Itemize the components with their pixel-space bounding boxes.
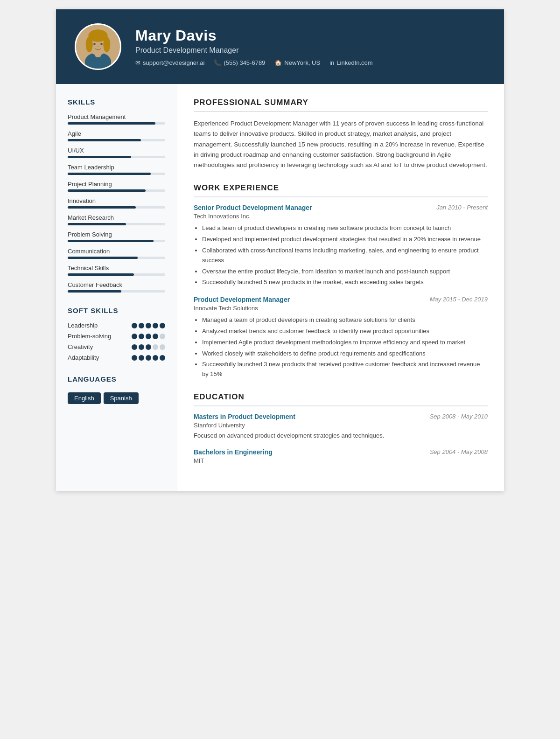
skill-item: Team Leadership [68, 164, 165, 175]
svg-point-6 [103, 36, 110, 52]
job-company: Tech Innovations Inc. [194, 213, 488, 220]
job-header: Senior Product Development Manager Jan 2… [194, 204, 488, 211]
skill-fill [68, 206, 136, 209]
job-header: Product Development Manager May 2015 - D… [194, 296, 488, 303]
dot [146, 323, 151, 328]
skill-fill [68, 139, 141, 141]
dot [153, 334, 158, 339]
language-tag: Spanish [104, 392, 139, 404]
summary-section: PROFESSIONAL SUMMARY Experienced Product… [194, 98, 488, 170]
svg-point-7 [93, 43, 96, 45]
skill-bar [68, 206, 165, 209]
edu-header: Bachelors in Engineering Sep 2004 - May … [194, 448, 488, 456]
dot [139, 344, 144, 350]
edu-degree: Masters in Product Development [194, 413, 295, 420]
languages-heading: LANGUAGES [68, 375, 165, 383]
skill-item: Technical Skills [68, 265, 165, 276]
skill-fill [68, 290, 121, 293]
education-item: Bachelors in Engineering Sep 2004 - May … [194, 448, 488, 464]
education-section: EDUCATION Masters in Product Development… [194, 392, 488, 464]
header-contact: ✉ support@cvdesigner.ai 📞 (555) 345-6789… [135, 59, 373, 66]
skill-name: Problem Solving [68, 231, 165, 238]
skill-item: Problem Solving [68, 231, 165, 242]
soft-skill-item: Leadership [68, 322, 165, 329]
bullet-item: Collaborated with cross-functional teams… [202, 246, 488, 265]
skill-item: Agile [68, 130, 165, 141]
resume-container: Mary Davis Product Development Manager ✉… [56, 9, 504, 491]
skill-fill [68, 122, 155, 125]
skill-fill [68, 273, 134, 276]
skills-heading: SKILLS [68, 98, 165, 106]
dot [132, 323, 137, 328]
svg-point-5 [86, 36, 93, 52]
job-title: Product Development Manager [194, 296, 290, 303]
soft-skill-item: Creativity [68, 343, 165, 350]
bullet-item: Developed and implemented product develo… [202, 235, 488, 244]
bullet-item: Analyzed market trends and customer feed… [202, 327, 488, 336]
job-item: Product Development Manager May 2015 - D… [194, 296, 488, 379]
dot [146, 344, 151, 350]
bullet-item: Lead a team of product developers in cre… [202, 223, 488, 233]
skill-name: Customer Feedback [68, 281, 165, 288]
dot [153, 344, 158, 350]
skill-name: Product Management [68, 113, 165, 120]
soft-skills-heading: SOFT SKILLS [68, 307, 165, 314]
phone-icon: 📞 [214, 59, 221, 66]
skill-bar [68, 273, 165, 276]
soft-skill-item: Adaptability [68, 354, 165, 361]
dot [139, 355, 144, 361]
job-date: May 2015 - Dec 2019 [430, 296, 488, 303]
main-content: PROFESSIONAL SUMMARY Experienced Product… [177, 84, 504, 491]
job-date: Jan 2010 - Present [436, 204, 488, 211]
skill-item: Project Planning [68, 181, 165, 192]
skill-bar [68, 139, 165, 141]
skill-bar [68, 257, 165, 259]
jobs-list: Senior Product Development Manager Jan 2… [194, 204, 488, 379]
email-icon: ✉ [135, 59, 140, 66]
edu-date: Sep 2008 - May 2010 [430, 413, 488, 420]
skill-bar [68, 189, 165, 192]
dot [160, 334, 165, 339]
dot [146, 334, 151, 339]
soft-skill-item: Problem-solving [68, 333, 165, 340]
skills-section: SKILLS Product Management Agile UI/UX Te… [68, 98, 165, 293]
bullet-item: Worked closely with stakeholders to defi… [202, 349, 488, 359]
dot [132, 355, 137, 361]
skill-item: Communication [68, 248, 165, 259]
avatar [75, 23, 121, 70]
location-icon: 🏠 [274, 59, 282, 66]
dot [160, 323, 165, 328]
languages-section: LANGUAGES EnglishSpanish [68, 375, 165, 404]
dot [132, 334, 137, 339]
skill-item: Market Research [68, 214, 165, 225]
summary-heading: PROFESSIONAL SUMMARY [194, 98, 488, 112]
skill-fill [68, 189, 146, 192]
language-tag: English [68, 392, 101, 404]
edu-desc: Focused on advanced product development … [194, 431, 488, 441]
education-heading: EDUCATION [194, 392, 488, 406]
contact-linkedin: in LinkedIn.com [329, 59, 372, 66]
contact-email: ✉ support@cvdesigner.ai [135, 59, 204, 66]
edu-header: Masters in Product Development Sep 2008 … [194, 413, 488, 420]
bullet-item: Oversaw the entire product lifecycle, fr… [202, 267, 488, 277]
skill-bar [68, 173, 165, 175]
skill-bar [68, 240, 165, 242]
job-company: Innovate Tech Solutions [194, 305, 488, 312]
skill-name: Communication [68, 248, 165, 255]
header-info: Mary Davis Product Development Manager ✉… [135, 27, 373, 66]
bullet-item: Successfully launched 5 new products in … [202, 278, 488, 287]
skill-bar [68, 156, 165, 158]
edu-school: MIT [194, 457, 488, 464]
skill-name: Project Planning [68, 181, 165, 188]
bullet-item: Managed a team of product developers in … [202, 315, 488, 325]
soft-skill-name: Problem-solving [68, 333, 111, 340]
dots [132, 323, 165, 328]
dot [153, 355, 158, 361]
edu-school: Stanford University [194, 422, 488, 429]
candidate-title: Product Development Manager [135, 46, 373, 55]
skill-bar [68, 122, 165, 125]
skill-name: Team Leadership [68, 164, 165, 171]
skill-fill [68, 223, 126, 225]
linkedin-icon: in [329, 59, 334, 66]
bullet-item: Successfully launched 3 new products tha… [202, 360, 488, 379]
